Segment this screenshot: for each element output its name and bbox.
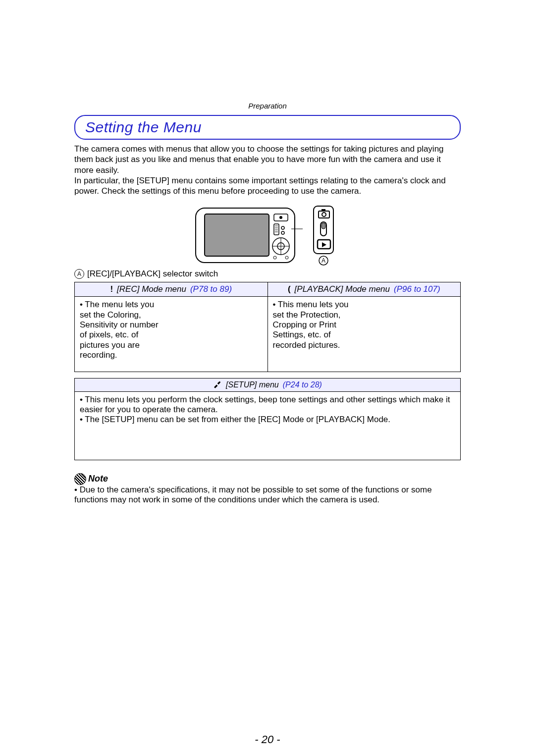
title-box: Setting the Menu <box>74 115 461 140</box>
svg-rect-20 <box>321 209 325 211</box>
content-area: Setting the Menu The camera comes with m… <box>74 115 461 505</box>
rec-mode-label: [REC] Mode menu <box>117 284 186 294</box>
setup-label: [SETUP] menu <box>226 380 279 389</box>
rec-playback-table: ! [REC] Mode menu (P78 to 89) ( [PLAYBAC… <box>74 282 461 372</box>
playback-body-text: • This menu lets you set the Protection,… <box>273 300 361 350</box>
setup-body-text-2: • The [SETUP] menu can be set from eithe… <box>80 415 455 425</box>
svg-rect-4 <box>274 224 279 235</box>
playback-header-cell: ( [PLAYBACK] Mode menu (P96 to 107) <box>268 282 461 297</box>
setup-header-cell: [SETUP] menu (P24 to 28) <box>75 378 461 391</box>
selector-switch-illustration: A <box>311 204 340 266</box>
playback-mode-page-link[interactable]: (P96 to 107) <box>394 284 440 294</box>
manual-page: Preparation Setting the Menu The camera … <box>0 102 535 756</box>
rec-header-cell: ! [REC] Mode menu (P78 to 89) <box>75 282 268 297</box>
note-icon <box>74 473 86 485</box>
page-title: Setting the Menu <box>85 119 202 135</box>
svg-rect-1 <box>205 214 269 256</box>
intro-paragraph: The camera comes with menus that allow y… <box>74 144 461 196</box>
switch-label-text: [REC]/[PLAYBACK] selector switch <box>87 269 218 279</box>
playback-body-cell: • This menu lets you set the Protection,… <box>268 297 461 372</box>
setup-body-cell: • This menu lets you perform the clock s… <box>75 391 461 460</box>
marker-a-icon: A <box>74 269 84 279</box>
setup-page-link[interactable]: (P24 to 28) <box>283 380 322 389</box>
section-header: Preparation <box>0 102 535 110</box>
setup-table: [SETUP] menu (P24 to 28) • This menu let… <box>74 378 461 460</box>
camera-illustration <box>195 204 304 266</box>
rec-mode-page-link[interactable]: (P78 to 89) <box>190 284 232 294</box>
svg-point-3 <box>279 216 282 219</box>
svg-rect-23 <box>321 223 325 229</box>
playback-mode-glyph-icon: ( <box>288 284 291 294</box>
rec-body-text: • The menu lets you set the Coloring, Se… <box>80 300 167 360</box>
setup-body-text-1: • This menu lets you perform the clock s… <box>80 395 455 415</box>
svg-text:A: A <box>321 257 325 264</box>
note-body: • Due to the camera's specifications, it… <box>74 485 461 505</box>
rec-mode-glyph-icon: ! <box>110 284 113 294</box>
note-heading-row: Note <box>74 473 461 485</box>
rec-body-cell: • The menu lets you set the Coloring, Se… <box>75 297 268 372</box>
page-number: - 20 - <box>0 733 535 746</box>
wrench-icon <box>213 380 222 389</box>
switch-caption: A [REC]/[PLAYBACK] selector switch <box>74 269 461 279</box>
playback-mode-label: [PLAYBACK] Mode menu <box>295 284 390 294</box>
illustration-row: A <box>74 204 461 266</box>
note-heading: Note <box>88 474 108 484</box>
